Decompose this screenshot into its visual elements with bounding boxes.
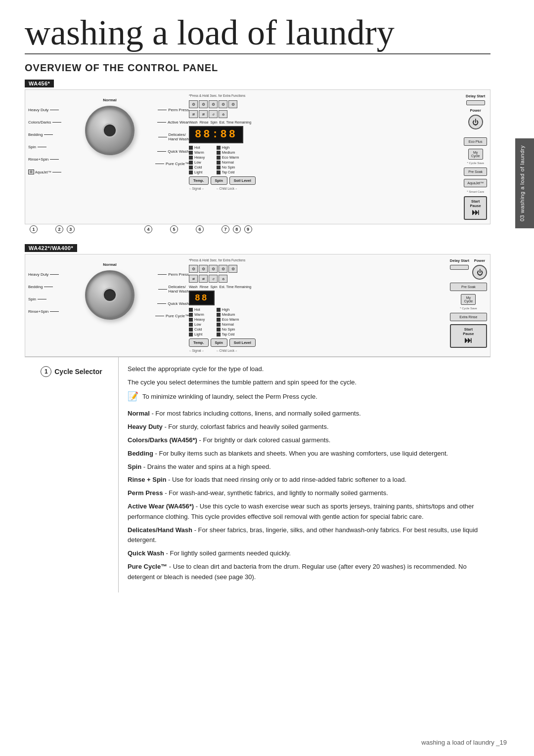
wa422-dial-outer[interactable]: [85, 270, 134, 320]
wa456-right-panels: Delay Start Power ⏻ Eco Plus MyCycle: [464, 94, 487, 220]
signal-label: ←Signal→: [189, 187, 204, 190]
wa422-label: WA422*/WA400*: [25, 244, 77, 252]
icons-row-2: ⇌ ⇌ ↺ ♻: [189, 110, 227, 118]
wa422-label-pure-cycle: Pure Cycle™: [144, 314, 189, 318]
icon-sq-7: ⇌: [199, 110, 208, 118]
wa422-est-time-label: Est. Time Remaining: [220, 285, 252, 289]
wa422-extra-rinse-button[interactable]: Extra Rinse: [450, 313, 487, 321]
section-title: OVERVIEW OF THE CONTROL PANEL: [25, 62, 490, 74]
normal-label: Normal: [103, 98, 117, 102]
wa422-right-labels: Perm Press Delicates/Hand Wash Quick Was…: [144, 258, 189, 318]
wa422-pre-soak-button[interactable]: Pre Soak: [450, 283, 487, 291]
wa422-start-pause-button[interactable]: Start Pause ⏭: [450, 324, 487, 348]
my-cycle-button[interactable]: MyCycle: [468, 149, 483, 160]
description-area: 1 Cycle Selector Select the appropriate …: [25, 357, 490, 592]
wa456-diagram: Heavy Duty Colors/Darks Bedding Spin: [25, 89, 490, 224]
aquajet-button[interactable]: AquaJet™: [464, 179, 487, 187]
power-button[interactable]: ⏻: [468, 115, 483, 129]
child-lock-label: ←Child Lock→: [216, 187, 237, 190]
num-5: 5: [170, 225, 196, 233]
wa422-icon-sq-6: ⇌: [189, 275, 198, 283]
desc-colors-darks: Colors/Darks (WA456*) - For brightly or …: [128, 435, 482, 446]
wa422-temp-spin-row: Temp. Spin Soil Level: [189, 338, 256, 347]
opt-normal: Normal: [217, 160, 239, 165]
wa422-opt-no-spin: No Spin: [217, 327, 239, 332]
label-perm-press: Perm Press: [144, 108, 189, 112]
icon-sq-6: ⇌: [189, 110, 198, 118]
wa422-label-delicates: Delicates/Hand Wash: [144, 285, 189, 294]
start-pause-button[interactable]: Start Pause ⏭: [464, 196, 487, 220]
wa422-power-button[interactable]: ⏻: [472, 265, 487, 280]
wa456-left-labels: Heavy Duty Colors/Darks Bedding Spin: [28, 94, 75, 174]
opt-no-spin: No Spin: [217, 165, 239, 169]
delay-start-button[interactable]: [466, 100, 485, 105]
options-grid: Hot High Warm Medium Heavy Eco Warm Low …: [189, 145, 239, 174]
spin-button[interactable]: Spin: [211, 176, 227, 185]
power-col: Power ⏻: [464, 108, 487, 129]
note-box: 📝 To minimize wrinkling of laundry, sele…: [128, 392, 482, 405]
wa422-power-label: Power: [474, 258, 486, 263]
page-title: washing a load of laundry: [25, 15, 490, 54]
wa422-delay-start-button[interactable]: [450, 265, 469, 270]
wa456-dial[interactable]: Normal: [75, 94, 144, 155]
desc-delicates: Delicates/Hand Wash - For sheer fabrics,…: [128, 525, 482, 546]
wa422-section: WA422*/WA400* Heavy Duty Bedding Spin: [25, 243, 490, 357]
dial-outer[interactable]: [85, 106, 134, 155]
note-text: To minimize wrinkling of laundry, select…: [142, 392, 317, 402]
wa422-temp-button[interactable]: Temp.: [189, 338, 209, 347]
icon-sq-4: ⚙: [219, 100, 227, 108]
wa422-delay-start-col: Delay Start: [450, 258, 469, 280]
power-label: Power: [470, 108, 481, 113]
pre-soak-button[interactable]: Pre Soak: [464, 168, 487, 176]
wa422-opt-cold: Cold: [189, 327, 212, 332]
intro2: The cycle you select determines the tumb…: [128, 378, 482, 388]
wa422-opt-low: Low: [189, 322, 212, 327]
smart-care-label: * Smart Care: [464, 190, 487, 193]
opt-medium: Medium: [217, 150, 239, 155]
opt-eco-warm: Eco Warm: [217, 155, 239, 160]
wa422-lcd-display: 88: [189, 291, 215, 305]
opt-low: Low: [189, 160, 212, 165]
wa422-soil-level-button[interactable]: Soil Level: [229, 338, 256, 347]
temp-button[interactable]: Temp.: [189, 176, 209, 185]
wa422-opt-medium: Medium: [217, 312, 239, 317]
wa422-my-cycle-button[interactable]: MyCycle: [461, 294, 476, 305]
desc-left: 1 Cycle Selector: [25, 357, 119, 592]
wa422-icon-sq-5: ⚙: [228, 265, 237, 273]
wa422-icon-sq-3: ⚙: [209, 265, 218, 273]
label-spin-ind: Spin: [211, 121, 218, 124]
desc-spin: Spin - Drains the water and spins at a h…: [128, 462, 482, 472]
wa422-signal-label: ←Signal→: [189, 349, 204, 352]
wa422-label-perm-press: Perm Press: [144, 272, 189, 277]
note-icon: 📝: [128, 392, 138, 401]
desc-perm-press: Perm Press - For wash-and-wear, syntheti…: [128, 488, 482, 499]
wa422-spin-button[interactable]: Spin: [211, 338, 227, 347]
desc-active-wear: Active Wear (WA456*) - Use this cycle to…: [128, 502, 482, 522]
eco-plus-button[interactable]: Eco Plus: [464, 137, 487, 146]
wa422-options-grid: Hot High Warm Medium Heavy Eco Warm Low …: [189, 307, 239, 336]
label-active-wear: Active Wear: [144, 120, 189, 125]
wa422-dial[interactable]: Normal: [75, 258, 144, 320]
wa422-opt-light: Light: [189, 332, 212, 336]
wa456-right-labels: Perm Press Active Wear Delicates/Hand Wa…: [144, 94, 189, 166]
wa422-child-lock-label: ←Child Lock→: [216, 349, 237, 352]
wa422-icon-sq-7: ⇌: [199, 275, 208, 283]
play-icon: ⏭: [468, 208, 483, 217]
soil-level-button[interactable]: Soil Level: [229, 176, 256, 185]
label-spin: Spin: [28, 145, 75, 149]
wa422-label-rinse-spin: Rinse+Spin: [28, 309, 75, 314]
wa422-icons-row-2: ⇌ ⇌ ↺ ♻: [189, 275, 227, 283]
intro1: Select the appropriate cycle for the typ…: [128, 364, 482, 375]
wa422-opt-warm: Warm: [189, 312, 212, 317]
desc-rinse-spin: Rinse + Spin - Use for loads that need r…: [128, 475, 482, 485]
mycycle-col: MyCycle * Cycle Save: [464, 149, 487, 165]
wa422-icon-sq-2: ⚙: [199, 265, 208, 273]
icon-sq-5: ⚙: [228, 100, 237, 108]
wa422-normal-label: Normal: [103, 262, 117, 267]
label-est-time: Est. Time Remaining: [220, 121, 252, 124]
wa422-wash-label: Wash: [189, 285, 198, 289]
press-hold-note: *Press & Hold 3sec. for Extra Functions: [189, 94, 245, 97]
side-tab: 03 washing a load of laundry: [515, 138, 534, 228]
num-1: 1: [30, 225, 55, 233]
wa422-center-panel: *Press & Hold 3sec. for Extra Functions …: [189, 258, 447, 352]
